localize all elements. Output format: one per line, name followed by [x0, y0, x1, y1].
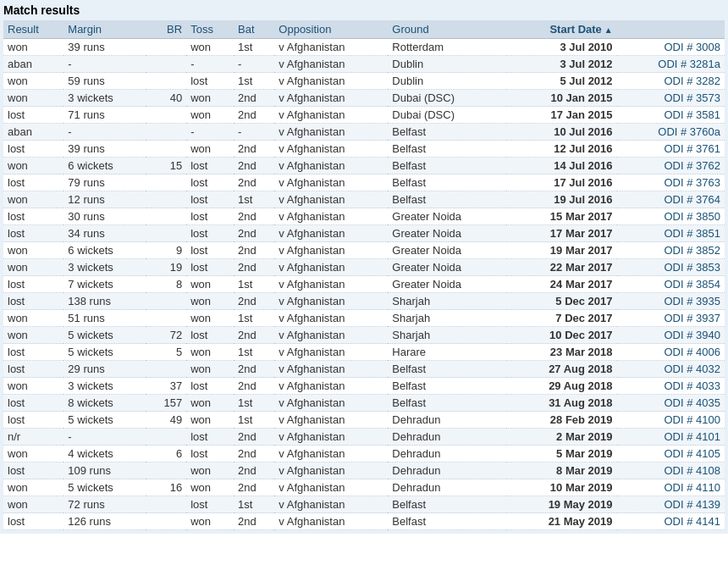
cell-odi[interactable]: ODI # 4100: [617, 412, 725, 429]
cell-margin: 30 runs: [63, 208, 146, 225]
cell-odi[interactable]: ODI # 3282: [617, 73, 725, 90]
cell-ground: Dehradun: [388, 462, 505, 479]
odi-link[interactable]: ODI # 4006: [665, 346, 721, 358]
odi-link[interactable]: ODI # 4100: [665, 413, 721, 426]
cell-br: [146, 73, 186, 90]
odi-link[interactable]: ODI # 3850: [665, 210, 721, 223]
cell-odi[interactable]: ODI # 3763: [617, 174, 725, 191]
cell-odi[interactable]: ODI # 3760a: [617, 124, 725, 141]
table-row: lost8 wickets157won1stv AfghanistanBelfa…: [3, 395, 725, 412]
cell-odi[interactable]: ODI # 3281a: [617, 56, 725, 73]
cell-odi[interactable]: ODI # 3850: [617, 208, 725, 225]
cell-ground: Belfast: [388, 141, 505, 158]
cell-bat: 1st: [234, 191, 274, 208]
cell-odi[interactable]: ODI # 4035: [617, 395, 725, 412]
odi-link[interactable]: ODI # 3281a: [658, 58, 720, 70]
cell-result: won: [3, 191, 63, 208]
odi-link[interactable]: ODI # 4139: [665, 498, 721, 511]
cell-ground: Greater Noida: [388, 276, 505, 293]
cell-odi[interactable]: ODI # 4108: [617, 462, 725, 479]
odi-link[interactable]: ODI # 4108: [665, 464, 721, 477]
cell-odi[interactable]: ODI # 4101: [617, 429, 725, 446]
cell-odi[interactable]: ODI # 3851: [617, 225, 725, 242]
odi-link[interactable]: ODI # 4033: [665, 379, 721, 392]
odi-link[interactable]: ODI # 3760a: [658, 125, 720, 138]
odi-link[interactable]: ODI # 3761: [665, 142, 721, 155]
cell-odi[interactable]: ODI # 4139: [617, 496, 725, 513]
odi-link[interactable]: ODI # 3937: [665, 312, 721, 324]
cell-opposition: v Afghanistan: [274, 327, 388, 344]
odi-link[interactable]: ODI # 3851: [665, 227, 721, 240]
cell-startdate: 3 Jul 2012: [506, 56, 617, 73]
cell-toss: won: [186, 310, 234, 327]
cell-margin: 5 wickets: [63, 327, 146, 344]
cell-odi[interactable]: ODI # 3935: [617, 293, 725, 310]
odi-link[interactable]: ODI # 3940: [665, 329, 721, 341]
cell-opposition: v Afghanistan: [274, 107, 388, 124]
odi-link[interactable]: ODI # 3282: [665, 75, 721, 87]
cell-result: won: [3, 479, 63, 496]
odi-link[interactable]: ODI # 4032: [665, 363, 721, 375]
odi-link[interactable]: ODI # 3853: [665, 261, 721, 274]
cell-toss: lost: [186, 446, 234, 462]
odi-link[interactable]: ODI # 3573: [665, 91, 721, 104]
cell-odi[interactable]: ODI # 3008: [617, 39, 725, 56]
cell-br: 72: [146, 327, 186, 344]
cell-odi[interactable]: ODI # 4006: [617, 344, 725, 361]
odi-link[interactable]: ODI # 3852: [665, 244, 721, 257]
cell-opposition: v Afghanistan: [274, 73, 388, 90]
cell-odi[interactable]: ODI # 3581: [617, 107, 725, 124]
cell-toss: lost: [186, 496, 234, 513]
cell-odi[interactable]: ODI # 3764: [617, 191, 725, 208]
cell-odi[interactable]: ODI # 3573: [617, 90, 725, 107]
odi-link[interactable]: ODI # 4105: [665, 447, 721, 460]
col-header-br[interactable]: BR: [146, 20, 186, 39]
odi-link[interactable]: ODI # 3935: [665, 295, 721, 307]
odi-link[interactable]: ODI # 4141: [665, 515, 721, 528]
cell-opposition: v Afghanistan: [274, 208, 388, 225]
cell-odi[interactable]: ODI # 3940: [617, 327, 725, 344]
odi-link[interactable]: ODI # 3854: [665, 278, 721, 291]
cell-odi[interactable]: ODI # 4110: [617, 479, 725, 496]
cell-br: [146, 496, 186, 513]
odi-link[interactable]: ODI # 3763: [665, 176, 721, 189]
odi-link[interactable]: ODI # 3581: [665, 108, 721, 121]
cell-bat: 2nd: [234, 174, 274, 191]
cell-br: 19: [146, 259, 186, 276]
cell-ground: Dehradun: [388, 446, 505, 462]
odi-link[interactable]: ODI # 4101: [665, 430, 721, 443]
table-row: won51 runswon1stv AfghanistanSharjah7 De…: [3, 310, 725, 327]
page-title: Match results: [3, 3, 725, 17]
cell-ground: Greater Noida: [388, 208, 505, 225]
odi-link[interactable]: ODI # 3764: [665, 193, 721, 206]
cell-odi[interactable]: ODI # 3937: [617, 310, 725, 327]
cell-margin: 34 runs: [63, 225, 146, 242]
cell-odi[interactable]: ODI # 4032: [617, 361, 725, 378]
cell-startdate: 24 Mar 2017: [506, 276, 617, 293]
cell-odi[interactable]: ODI # 3852: [617, 242, 725, 259]
col-header-startdate[interactable]: Start Date: [506, 20, 617, 39]
cell-opposition: v Afghanistan: [274, 429, 388, 446]
col-header-margin[interactable]: Margin: [63, 20, 146, 39]
cell-margin: 71 runs: [63, 107, 146, 124]
odi-link[interactable]: ODI # 4110: [665, 481, 721, 494]
odi-link[interactable]: ODI # 3762: [665, 159, 721, 172]
cell-odi[interactable]: ODI # 4141: [617, 513, 725, 530]
odi-link[interactable]: ODI # 4035: [665, 396, 721, 409]
cell-result: won: [3, 378, 63, 395]
cell-odi[interactable]: ODI # 3854: [617, 276, 725, 293]
col-header-opposition[interactable]: Opposition: [274, 20, 388, 39]
odi-link[interactable]: ODI # 3008: [665, 41, 721, 53]
col-header-toss[interactable]: Toss: [186, 20, 234, 39]
cell-odi[interactable]: ODI # 4033: [617, 378, 725, 395]
cell-odi[interactable]: ODI # 3761: [617, 141, 725, 158]
cell-odi[interactable]: ODI # 3762: [617, 158, 725, 174]
cell-opposition: v Afghanistan: [274, 446, 388, 462]
cell-odi[interactable]: ODI # 4105: [617, 446, 725, 462]
col-header-ground[interactable]: Ground: [388, 20, 505, 39]
col-header-result[interactable]: Result: [3, 20, 63, 39]
cell-odi[interactable]: ODI # 3853: [617, 259, 725, 276]
cell-ground: Belfast: [388, 513, 505, 530]
cell-opposition: v Afghanistan: [274, 310, 388, 327]
col-header-bat[interactable]: Bat: [234, 20, 274, 39]
